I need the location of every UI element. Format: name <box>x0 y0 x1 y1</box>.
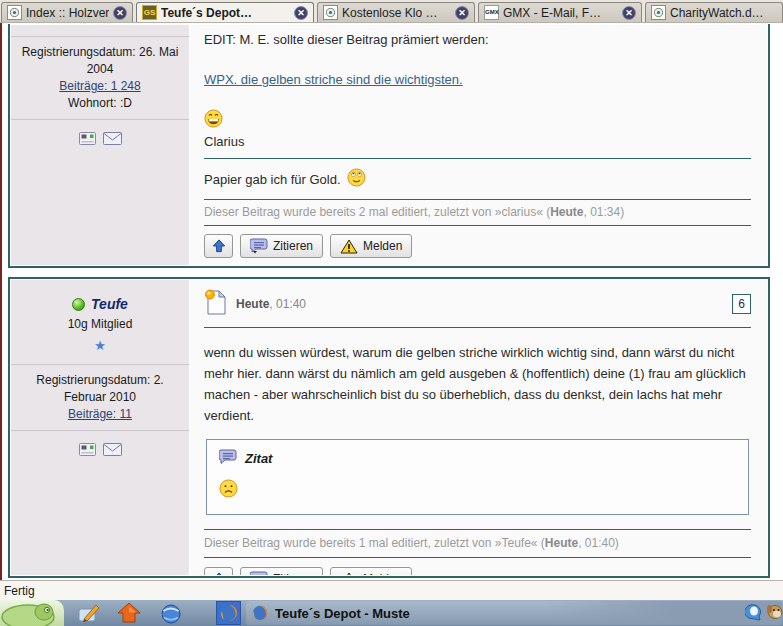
tab-bar: Index :: Holzver… ✕ GS Teufe´s Depot… ✕ … <box>0 0 783 23</box>
online-status-dot <box>72 298 85 311</box>
post-author-sidebar: Registrierungsdatum: 26. Mai 2004 Beiträ… <box>11 25 189 265</box>
divider <box>204 557 751 558</box>
edit-notice-date: Heute <box>545 536 578 550</box>
browser-status-bar: Fertig <box>0 580 783 600</box>
edit-notice: Dieser Beitrag wurde bereits 2 mal editi… <box>204 205 751 219</box>
tray-dog-icon[interactable] <box>765 603 783 625</box>
report-button[interactable]: Melden <box>330 234 412 258</box>
author-cell: Teufe 10g Mitglied ★ <box>11 280 189 365</box>
edit-notice-text: Dieser Beitrag wurde bereits 1 mal editi… <box>204 536 545 550</box>
tab-label: Teufe´s Depot… <box>161 6 290 20</box>
tab-gmx[interactable]: GMX GMX - E-Mail, F… ✕ <box>478 2 642 22</box>
gs-site-icon: GS <box>142 5 157 20</box>
tab-index-holzver[interactable]: Index :: Holzver… ✕ <box>1 2 133 22</box>
author-contact-cell <box>11 431 189 575</box>
post-content: Heute, 01:40 6 wenn du wissen würdest, w… <box>190 280 767 575</box>
profile-card-icon[interactable] <box>79 132 96 150</box>
signature-text: Papier gab ich für Gold. <box>204 172 341 187</box>
page-icon <box>651 5 666 20</box>
post-document-icon <box>204 289 227 319</box>
wpx-link[interactable]: WPX. die gelben striche sind die wichtig… <box>204 72 463 87</box>
edit-notice-text: Dieser Beitrag wurde bereits 2 mal editi… <box>204 205 550 219</box>
quote-button[interactable]: Zitieren <box>240 567 323 575</box>
posts-count-link[interactable]: Beiträge: 1 248 <box>59 79 140 93</box>
report-button-label: Melden <box>363 239 402 253</box>
posts-count-link[interactable]: Beiträge: 11 <box>68 407 132 421</box>
warning-triangle-icon <box>340 239 358 254</box>
suse-start-icon <box>0 600 64 626</box>
post-date: Heute, 01:40 <box>236 297 306 311</box>
tab-kostenlose[interactable]: Kostenlose Klo … ✕ <box>317 2 475 22</box>
innocent-smiley <box>347 168 366 190</box>
quote-bubble-icon <box>250 238 268 254</box>
quote-box: Zitat <box>206 439 749 515</box>
page-icon <box>323 5 338 20</box>
user-rank: 10g Mitglied <box>17 316 183 333</box>
notes-pen-icon[interactable] <box>76 601 102 625</box>
edit-notice-time: , 01:34) <box>584 205 625 219</box>
close-icon[interactable]: ✕ <box>113 6 127 20</box>
post-author-name: Clarius <box>204 134 751 149</box>
tab-label: Kostenlose Klo … <box>342 6 451 20</box>
divider <box>204 158 751 159</box>
forum-page: Registrierungsdatum: 26. Mai 2004 Beiträ… <box>0 23 783 580</box>
forum-post-teufe: Teufe 10g Mitglied ★ Registrierungsdatum… <box>8 277 770 578</box>
post-actions: Zitieren Melden <box>204 234 751 258</box>
edit-notice-date: Heute <box>550 205 583 219</box>
rank-star-icon: ★ <box>17 337 183 354</box>
warning-triangle-icon <box>340 572 358 576</box>
report-button[interactable]: Melden <box>330 567 412 575</box>
divider <box>204 225 751 226</box>
quote-button-label: Zitieren <box>273 572 313 575</box>
sidebar-spacer <box>11 25 189 37</box>
close-icon[interactable]: ✕ <box>622 6 636 20</box>
author-location: Wohnort: :D <box>17 95 183 112</box>
registration-date: Registrierungsdatum: 2. Februar 2010 <box>17 372 183 406</box>
go-to-top-button[interactable] <box>204 234 233 258</box>
edit-notice-time: , 01:40) <box>578 536 619 550</box>
signature: Papier gab ich für Gold. <box>204 168 751 190</box>
taskbar-window-button[interactable]: Teufe´s Depot - Muste <box>246 601 782 625</box>
email-icon[interactable] <box>103 132 122 150</box>
tray-messenger-icon[interactable] <box>745 603 763 625</box>
post-date-day: Heute <box>236 297 269 311</box>
quote-bubble-icon <box>219 449 237 468</box>
close-icon[interactable]: ✕ <box>294 6 308 20</box>
post-text-line: EDIT: M. E. sollte dieser Beitrag prämie… <box>204 32 751 47</box>
start-menu-button[interactable] <box>0 600 64 626</box>
quote-button[interactable]: Zitieren <box>240 234 323 258</box>
forum-post-clarius: Registrierungsdatum: 26. Mai 2004 Beiträ… <box>8 24 770 268</box>
tab-label: Index :: Holzver… <box>26 6 109 20</box>
orange-app-icon[interactable] <box>116 601 142 625</box>
username-link[interactable]: Teufe <box>91 296 128 313</box>
post-date-time: , 01:40 <box>269 297 306 311</box>
web-globe-icon[interactable] <box>156 601 182 625</box>
status-text: Fertig <box>4 584 35 598</box>
divider <box>204 199 751 200</box>
go-to-top-button[interactable] <box>204 567 233 575</box>
quote-bubble-icon <box>250 571 268 575</box>
taskbar-window-title: Teufe´s Depot - Muste <box>275 606 410 621</box>
firefox-icon <box>219 603 239 623</box>
author-contact-cell <box>11 120 189 265</box>
system-tray <box>745 603 783 625</box>
tab-teufes-depot[interactable]: GS Teufe´s Depot… ✕ <box>136 2 314 22</box>
profile-card-icon[interactable] <box>79 443 96 461</box>
author-info-cell: Registrierungsdatum: 26. Mai 2004 Beiträ… <box>11 37 189 120</box>
report-button-label: Melden <box>363 572 402 575</box>
email-icon[interactable] <box>103 443 122 461</box>
desktop-taskbar: Teufe´s Depot - Muste <box>0 600 783 626</box>
close-icon[interactable]: ✕ <box>455 6 469 20</box>
firefox-launcher[interactable] <box>216 601 241 625</box>
author-info-cell: Registrierungsdatum: 2. Februar 2010 Bei… <box>11 365 189 431</box>
post-header: Heute, 01:40 6 <box>204 280 751 327</box>
post-content: EDIT: M. E. sollte dieser Beitrag prämie… <box>190 25 767 265</box>
post-number-link[interactable]: 6 <box>732 294 751 314</box>
browser-window: Index :: Holzver… ✕ GS Teufe´s Depot… ✕ … <box>0 0 783 626</box>
up-arrow-icon <box>212 572 226 575</box>
grin-smiley <box>204 109 751 131</box>
tab-label: CharityWatch.d… <box>670 6 777 20</box>
post-actions: Zitieren Melden <box>204 567 751 575</box>
tab-charitywatch[interactable]: CharityWatch.d… <box>645 2 783 22</box>
post-body-text: wenn du wissen würdest, warum die gelben… <box>204 342 751 426</box>
